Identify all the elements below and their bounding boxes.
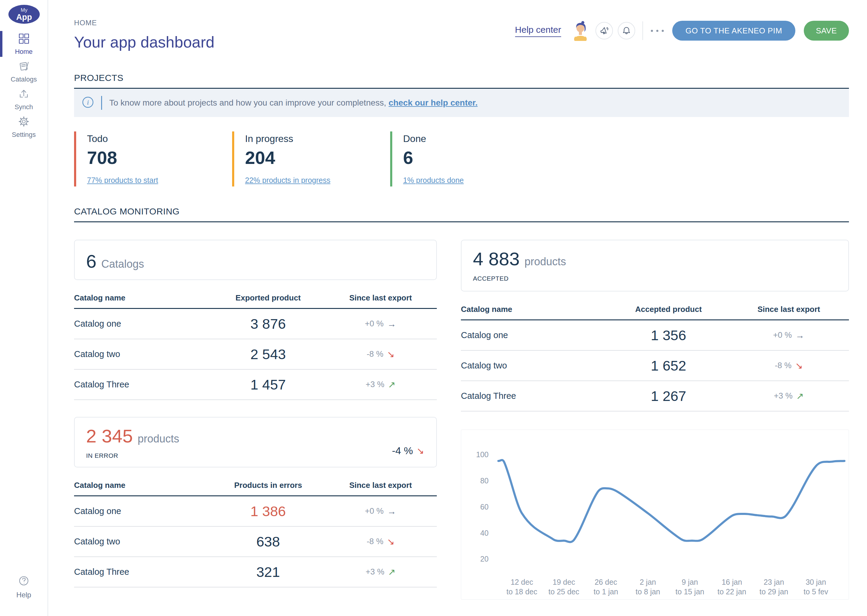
projects-heading: PROJECTS (74, 73, 849, 83)
y-axis-tick: 20 (480, 555, 489, 563)
sidebar-item-settings[interactable]: Settings (0, 113, 47, 141)
sidebar-item-catalogs[interactable]: Catalogs (0, 58, 47, 85)
column-header: Since last export (324, 293, 437, 303)
x-axis-label: to 29 jan (760, 588, 788, 596)
catalog-name: Catalog Three (74, 380, 212, 390)
table-row: Catalog two638-8 %↘ (74, 526, 437, 557)
go-to-pim-button[interactable]: GO TO THE AKENEO PIM (672, 21, 795, 41)
since-last-export-cell: +3 %↗ (324, 567, 437, 577)
product-count: 1 356 (608, 327, 729, 344)
save-button[interactable]: SAVE (804, 21, 849, 41)
top-actions: Help center (515, 20, 849, 41)
help-center-link[interactable]: Help center (515, 25, 561, 37)
banner-text-body: To know more about projects and how you … (109, 98, 386, 107)
projects-section: PROJECTS i To know more about projects a… (74, 73, 849, 187)
stat-link[interactable]: 22% products in progress (245, 176, 330, 185)
catalog-name: Catalog Three (461, 391, 608, 401)
table-header-row: Catalog nameAccepted productSince last e… (461, 305, 849, 314)
product-count: 1 652 (608, 357, 729, 374)
x-axis-label: to 18 dec (506, 588, 537, 596)
catalog-name: Catalog one (461, 330, 608, 340)
trend-flat-icon: → (795, 331, 804, 340)
error-count-label: products (137, 432, 179, 445)
products-trend-chart-card: 1008060402012 dec19 dec26 dec2 jan9 jan1… (461, 429, 849, 600)
stat-link[interactable]: 1% products done (403, 176, 464, 185)
accepted-products-table: Catalog nameAccepted productSince last e… (461, 305, 849, 412)
trend-flat-icon: → (387, 507, 396, 516)
accepted-card-sublabel: ACCEPTED (473, 275, 837, 282)
delta-percent: +3 % (774, 391, 792, 401)
x-axis-label: to 5 fev (804, 588, 828, 596)
product-count: 2 543 (212, 346, 325, 363)
accepted-products-card: 4 883 products ACCEPTED (461, 240, 849, 291)
error-card-row: 2 345 products (86, 425, 425, 447)
question-icon (17, 575, 30, 588)
trend-up-icon: ↗ (796, 391, 804, 401)
delta-percent: +3 % (366, 380, 384, 389)
delta-percent: -4 % (392, 445, 413, 457)
page-heading-block: HOME Your app dashboard (74, 19, 214, 51)
trend-up-icon: ↗ (388, 380, 396, 389)
product-count: 638 (212, 533, 325, 550)
announcements-button[interactable] (596, 22, 613, 39)
sidebar-item-home[interactable]: Home (0, 30, 47, 58)
logo-text-top: My (21, 8, 28, 13)
error-card-delta: -4 % ↘ (392, 445, 424, 457)
table-row: Catalog one1 386+0 %→ (74, 496, 437, 526)
column-header: Exported product (212, 293, 325, 303)
catalogs-count: 6 (86, 251, 96, 272)
banner-text: To know more about projects and how you … (109, 98, 478, 108)
avatar[interactable] (571, 20, 590, 41)
monitoring-left-column: 6 Catalogs Catalog nameExported productS… (74, 240, 437, 600)
table-row: Catalog two1 652-8 %↘ (461, 351, 849, 381)
since-last-export-cell: -8 %↘ (324, 349, 437, 359)
product-count: 3 876 (212, 316, 325, 332)
breadcrumb[interactable]: HOME (74, 19, 214, 27)
since-last-export-cell: +0 %→ (324, 506, 437, 516)
accepted-card-row: 4 883 products (473, 248, 837, 269)
trend-down-icon: ↘ (417, 446, 424, 456)
table-row: Catalog Three1 457+3 %↗ (74, 370, 437, 400)
more-options-icon[interactable] (651, 30, 664, 32)
notifications-button[interactable] (618, 22, 635, 39)
x-axis-label: 12 dec (511, 578, 533, 586)
banner-divider (101, 96, 102, 110)
sidebar-item-help[interactable]: Help (0, 575, 47, 599)
gear-icon (18, 115, 30, 129)
column-header: Products in errors (212, 481, 325, 490)
delta-percent: +0 % (365, 506, 383, 516)
x-axis-label: 16 jan (722, 578, 742, 586)
x-axis-label: to 15 jan (676, 588, 705, 596)
trend-flat-icon: → (387, 319, 396, 328)
grid-icon (18, 33, 30, 46)
delta-percent: -8 % (775, 361, 792, 370)
table-header-row: Catalog nameProducts in errorsSince last… (74, 481, 437, 490)
catalog-name: Catalog two (461, 361, 608, 371)
stat-todo: Todo 708 77% products to start (74, 132, 232, 187)
book-icon (18, 60, 30, 73)
catalogs-count-label: Catalogs (101, 258, 144, 270)
sidebar-item-synch[interactable]: Synch (0, 85, 47, 113)
table-row: Catalog two2 543-8 %↘ (74, 339, 437, 370)
x-axis-label: to 22 jan (717, 588, 746, 596)
stat-label: Todo (87, 133, 232, 145)
catalog-monitoring-section: CATALOG MONITORING 6 Catalogs Catalog na… (74, 206, 849, 600)
product-count: 1 457 (212, 376, 325, 393)
stat-value: 6 (403, 148, 548, 168)
bell-icon (622, 26, 631, 35)
product-count: 1 267 (608, 388, 729, 404)
help-center-banner-link[interactable]: check our help center. (389, 98, 478, 107)
app-logo: My App (8, 5, 40, 24)
column-header: Since last export (728, 305, 849, 314)
stat-value: 204 (245, 148, 390, 168)
project-stats: Todo 708 77% products to start In progre… (74, 132, 849, 187)
since-last-export-cell: +3 %↗ (728, 391, 849, 401)
table-row: Catalog Three321+3 %↗ (74, 557, 437, 588)
stat-link[interactable]: 77% products to start (87, 176, 158, 185)
topbar: HOME Your app dashboard Help center (74, 19, 849, 51)
page-title: Your app dashboard (74, 33, 214, 51)
y-axis-tick: 60 (480, 503, 489, 511)
trend-up-icon: ↗ (388, 567, 396, 577)
catalog-name: Catalog one (74, 319, 212, 329)
errors-table: Catalog nameProducts in errorsSince last… (74, 481, 437, 588)
